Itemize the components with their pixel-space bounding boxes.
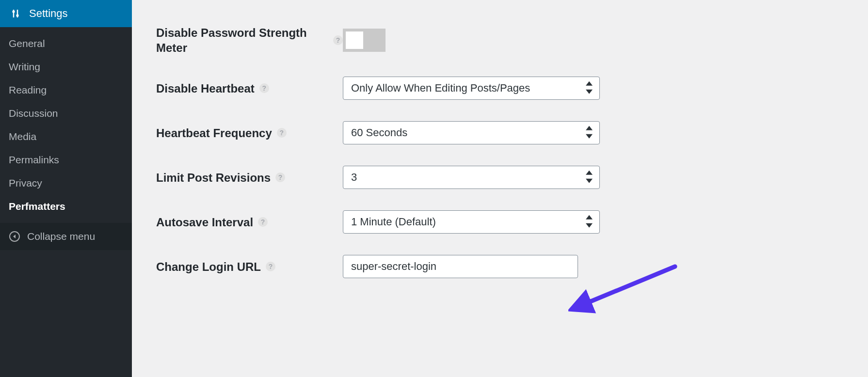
sidebar-item-privacy[interactable]: Privacy [0,172,132,195]
row-limit-post-revisions: Limit Post Revisions ? 3 [156,155,844,200]
toggle-disable-password-meter[interactable] [343,29,386,52]
help-icon[interactable]: ? [333,35,343,45]
label-change-login-url: Change Login URL ? [156,259,343,274]
label-disable-heartbeat: Disable Heartbeat ? [156,81,343,96]
collapse-menu-label: Collapse menu [27,231,95,242]
help-icon[interactable]: ? [275,173,285,182]
label-disable-password-meter: Disable Password Strength Meter ? [156,25,343,55]
row-autosave-interval: Autosave Interval ? 1 Minute (Default) [156,200,844,244]
chevron-up-down-icon [586,171,593,183]
sidebar-header-title: Settings [29,7,68,20]
sidebar-item-general[interactable]: General [0,32,132,55]
label-heartbeat-frequency: Heartbeat Frequency ? [156,126,343,141]
label-text: Disable Heartbeat [156,81,255,96]
select-value: 3 [351,171,357,184]
toggle-knob [346,31,363,49]
label-text: Heartbeat Frequency [156,126,272,141]
input-change-login-url[interactable] [343,255,578,278]
sidebar-item-reading[interactable]: Reading [0,79,132,102]
select-value: 1 Minute (Default) [351,216,436,228]
sidebar-item-permalinks[interactable]: Permalinks [0,148,132,172]
chevron-up-down-icon [586,126,593,139]
select-limit-post-revisions[interactable]: 3 [343,166,600,189]
chevron-up-down-icon [586,215,593,228]
label-text: Change Login URL [156,259,261,274]
settings-content: Disable Password Strength Meter ? Disabl… [132,0,868,377]
sidebar-submenu: General Writing Reading Discussion Media… [0,27,132,218]
help-icon[interactable]: ? [258,217,268,227]
collapse-icon [9,231,20,242]
sidebar-item-writing[interactable]: Writing [0,55,132,79]
admin-sidebar: Settings General Writing Reading Discuss… [0,0,132,377]
label-text: Disable Password Strength Meter [156,25,328,55]
row-disable-heartbeat: Disable Heartbeat ? Only Allow When Edit… [156,66,844,110]
svg-rect-2 [13,11,15,13]
chevron-up-down-icon [586,81,593,94]
label-limit-post-revisions: Limit Post Revisions ? [156,170,343,185]
select-heartbeat-frequency[interactable]: 60 Seconds [343,121,600,144]
sidebar-item-perfmatters[interactable]: Perfmatters [0,195,132,218]
sliders-icon [9,7,22,20]
select-autosave-interval[interactable]: 1 Minute (Default) [343,210,600,234]
sidebar-item-media[interactable]: Media [0,125,132,148]
collapse-menu-button[interactable]: Collapse menu [0,223,132,250]
help-icon[interactable]: ? [266,262,275,271]
sidebar-item-discussion[interactable]: Discussion [0,102,132,125]
help-icon[interactable]: ? [277,128,287,138]
help-icon[interactable]: ? [259,83,269,93]
select-disable-heartbeat[interactable]: Only Allow When Editing Posts/Pages [343,77,600,100]
label-text: Autosave Interval [156,215,253,230]
svg-rect-3 [16,15,19,16]
row-change-login-url: Change Login URL ? [156,244,844,289]
row-heartbeat-frequency: Heartbeat Frequency ? 60 Seconds [156,110,844,155]
label-autosave-interval: Autosave Interval ? [156,215,343,230]
sidebar-header-settings[interactable]: Settings [0,0,132,27]
select-value: Only Allow When Editing Posts/Pages [351,82,530,94]
label-text: Limit Post Revisions [156,170,271,185]
row-disable-password-meter: Disable Password Strength Meter ? [156,15,844,66]
select-value: 60 Seconds [351,126,407,139]
